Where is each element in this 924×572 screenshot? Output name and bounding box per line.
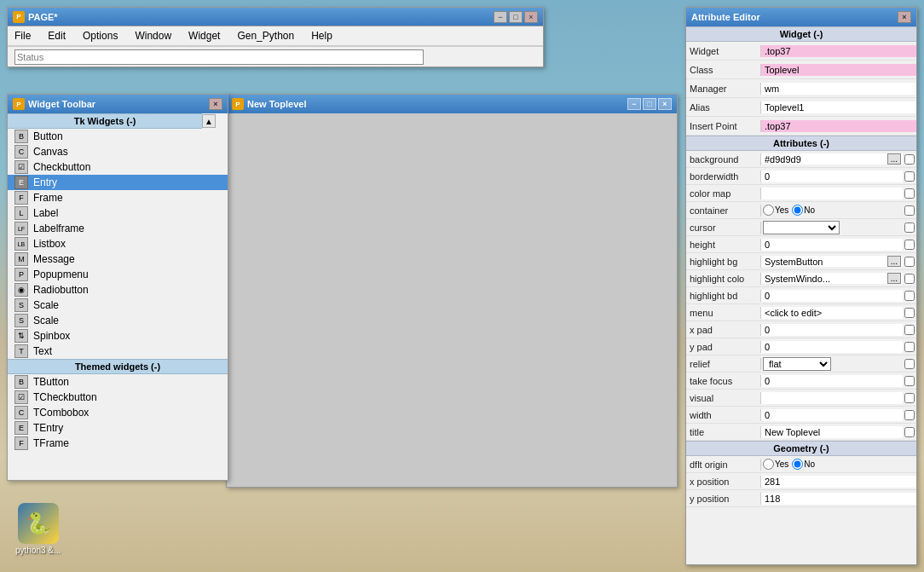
attr-width-input[interactable] [763,410,901,420]
attr-editor-close-btn[interactable]: × [898,11,911,23]
attr-highlight-bg-input[interactable] [763,257,887,267]
widget-toolbar-close-btn[interactable]: × [209,98,222,110]
attr-ypad-label: y pad [686,341,761,353]
attr-visual-check[interactable] [903,393,916,403]
attr-ypad-check[interactable] [903,342,916,352]
toolbar-item-tcheckbutton[interactable]: ☑ TCheckbutton [8,390,228,405]
attr-colormap-input[interactable] [763,188,901,199]
tcombobox-widget-label: TCombobox [33,407,89,419]
attribute-editor: Attribute Editor × Widget (-) Widget .to… [685,7,917,565]
menu-gen-python[interactable]: Gen_Python [234,28,297,43]
attr-row-dflt-origin: dflt origin Yes No [686,456,916,473]
tframe-widget-icon: F [14,436,28,450]
attr-colormap-check[interactable] [903,188,916,199]
attr-ypad-input[interactable] [763,342,901,352]
toolbar-item-radiobutton[interactable]: ◉ Radiobutton [8,282,228,298]
attr-highlight-color-input[interactable] [763,274,887,284]
attr-xpad-input[interactable] [763,325,901,335]
attr-take-focus-check[interactable] [903,376,916,386]
toolbar-item-entry[interactable]: E Entry [8,175,228,190]
toplevel-minimize-btn[interactable]: − [627,98,641,110]
attr-menu-check[interactable] [903,308,916,318]
toplevel-maximize-btn[interactable]: □ [643,98,656,110]
checkbutton-widget-label: Checkbutton [33,161,90,173]
page-close-btn[interactable]: × [524,11,538,23]
page-maximize-btn[interactable]: □ [509,11,523,23]
attr-title-check[interactable] [903,427,916,437]
menu-widget[interactable]: Widget [185,28,223,43]
toolbar-item-scale1[interactable]: S Scale [8,298,228,313]
menu-window[interactable]: Window [131,28,175,43]
attr-xpad-check[interactable] [903,325,916,335]
toolbar-item-listbox[interactable]: LB Listbox [8,236,228,251]
menu-options[interactable]: Options [79,28,121,43]
toolbar-item-canvas[interactable]: C Canvas [8,144,228,159]
attr-width-check[interactable] [903,410,916,420]
attr-background-input[interactable] [763,154,887,165]
attr-height-input[interactable] [763,240,901,250]
message-widget-label: Message [33,253,75,265]
attr-x-position-label: x position [686,476,761,488]
attr-height-check[interactable] [903,240,916,250]
attr-class-row: Class Toplevel [686,61,916,79]
toolbar-item-button[interactable]: B Button [8,129,228,144]
dflt-origin-no-radio[interactable] [792,459,803,470]
attr-row-highlight-color: highlight colo ... [686,270,916,287]
page-minimize-btn[interactable]: − [494,11,507,23]
attr-highlight-bd-check[interactable] [903,291,916,301]
attr-menu-input[interactable] [763,308,901,318]
toolbar-item-checkbutton[interactable]: ☑ Checkbutton [8,159,228,175]
toplevel-close-btn[interactable]: × [658,98,672,110]
toolbar-item-scale2[interactable]: S Scale [8,313,228,328]
attr-x-position-input[interactable] [763,477,915,487]
toolbar-item-text[interactable]: T Text [8,344,228,359]
attr-relief-check[interactable] [903,359,916,369]
toplevel-content-area[interactable] [227,113,677,487]
menu-edit[interactable]: Edit [44,28,69,43]
python-desktop-icon[interactable]: 🐍 python3 &... [15,503,61,555]
toolbar-item-message[interactable]: M Message [8,251,228,267]
attr-width-label: width [686,409,761,421]
attr-highlight-bg-check[interactable] [903,257,916,267]
attr-visual-input[interactable] [763,393,901,403]
attr-take-focus-input[interactable] [763,376,901,386]
toolbar-item-spinbox[interactable]: ⇅ Spinbox [8,328,228,344]
attr-title-input[interactable] [763,427,901,437]
attr-alias-label: Alias [686,101,761,113]
attr-relief-dropdown[interactable]: flat raised sunken groove ridge [763,357,831,371]
attr-cursor-dropdown[interactable] [763,221,840,234]
toolbar-item-tbutton[interactable]: B TButton [8,374,228,390]
attr-highlight-color-check[interactable] [903,274,916,284]
container-no-radio[interactable] [792,205,803,216]
dflt-origin-yes-radio[interactable] [763,459,774,470]
attr-y-position-input[interactable] [763,494,915,504]
toolbar-item-label[interactable]: L Label [8,205,228,221]
attr-background-btn[interactable]: ... [887,153,901,165]
attr-borderwidth-check[interactable] [903,171,916,182]
attr-cursor-check[interactable] [903,222,916,233]
toolbar-item-popupmenu[interactable]: P Popupmenu [8,267,228,282]
toolbar-item-frame[interactable]: F Frame [8,190,228,205]
toolbar-item-labelframe[interactable]: LF Labelframe [8,221,228,236]
attr-highlight-bg-btn[interactable]: ... [887,256,901,267]
attr-relief-field: flat raised sunken groove ridge [761,357,903,371]
attr-borderwidth-input[interactable] [763,171,901,182]
toolbar-item-tentry[interactable]: E TEntry [8,420,228,436]
toolbar-item-tframe[interactable]: F TFrame [8,436,228,451]
attr-container-check[interactable] [903,205,916,216]
attr-title-field [761,426,903,438]
page-title-group: P PAGE* [13,11,58,23]
menu-help[interactable]: Help [308,28,336,43]
toolbar-item-tcombobox[interactable]: C TCombobox [8,405,228,420]
attr-highlight-color-btn[interactable]: ... [887,273,901,284]
status-input[interactable] [14,49,424,65]
attr-width-field [761,409,903,421]
attr-highlight-bd-field [761,290,903,302]
attr-widget-label: Widget [686,45,761,57]
python-icon-image: 🐍 [18,503,59,544]
tk-section-scroll-up[interactable]: ▲ [202,114,216,128]
menu-file[interactable]: File [11,28,34,43]
attr-highlight-bd-input[interactable] [763,291,901,301]
attr-background-check[interactable] [903,154,916,165]
container-yes-radio[interactable] [763,205,774,216]
